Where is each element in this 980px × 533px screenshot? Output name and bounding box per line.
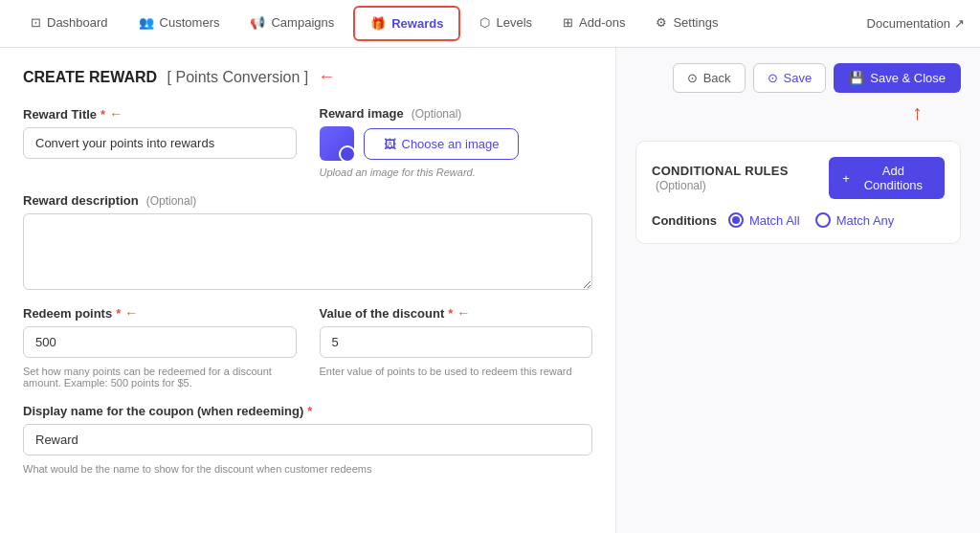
page-title: CREATE REWARD [ Points Conversion ] — [23, 69, 308, 86]
choose-image-label: Choose an image — [402, 137, 500, 151]
conditional-rules-box: CONDITIONAL RULES (Optional) + Add Condi… — [635, 141, 961, 244]
back-icon: ⊙ — [687, 71, 698, 85]
reward-description-group: Reward description (Optional) — [23, 193, 592, 290]
reward-title-input[interactable] — [23, 127, 297, 159]
nav-tab-levels-label: Levels — [496, 15, 532, 30]
display-name-label: Display name for the coupon (when redeem… — [23, 404, 592, 418]
discount-required-star: * — [448, 306, 453, 321]
redeem-points-input[interactable] — [23, 326, 297, 358]
nav-tab-dashboard[interactable]: ⊡ Dashboard — [15, 0, 123, 47]
save-close-arrow: ↑ — [912, 100, 923, 125]
right-actions: ⊙ Back ⊙ Save 💾 Save & Close — [673, 63, 961, 93]
redeem-required-star: * — [116, 306, 121, 321]
back-button[interactable]: ⊙ Back — [673, 63, 746, 93]
settings-icon: ⚙ — [656, 15, 667, 30]
save-close-button[interactable]: 💾 Save & Close — [834, 63, 961, 93]
nav-tab-dashboard-label: Dashboard — [47, 15, 108, 30]
documentation-label: Documentation — [867, 16, 950, 31]
redeem-points-group: Redeem points * ← Set how many points ca… — [23, 305, 297, 389]
save-close-icon: 💾 — [849, 71, 864, 85]
redeem-points-label: Redeem points * ← — [23, 305, 297, 321]
back-label: Back — [703, 71, 731, 85]
nav-tab-rewards[interactable]: 🎁 Rewards — [353, 6, 460, 41]
nav-tab-settings-label: Settings — [673, 15, 718, 30]
match-all-label: Match All — [749, 213, 800, 228]
dashboard-icon: ⊡ — [31, 15, 41, 30]
nav-tab-campaigns[interactable]: 📢 Campaigns — [234, 0, 349, 47]
reward-image-group: Reward image (Optional) 🖼 Choose an imag… — [320, 106, 593, 178]
reward-description-textarea[interactable] — [23, 213, 592, 290]
value-discount-group: Value of the discount * ← Enter value of… — [320, 305, 593, 389]
match-any-radio[interactable] — [815, 212, 831, 228]
campaigns-icon: 📢 — [250, 15, 265, 30]
left-panel: CREATE REWARD [ Points Conversion ] ← Re… — [0, 48, 616, 533]
page-subtitle: [ Points Conversion ] — [167, 69, 309, 85]
reward-image-optional: (Optional) — [412, 107, 462, 121]
value-discount-input[interactable] — [320, 326, 593, 358]
display-name-input[interactable] — [23, 424, 592, 455]
value-discount-arrow: ← — [457, 305, 470, 321]
match-all-option[interactable]: Match All — [728, 212, 800, 228]
title-arrow: ← — [318, 67, 335, 87]
save-close-label: Save & Close — [870, 71, 946, 85]
levels-icon: ⬡ — [479, 15, 490, 30]
redeem-points-hint: Set how many points can be redeemed for … — [23, 366, 297, 389]
reward-image-label: Reward image (Optional) — [320, 106, 593, 121]
right-panel: ⊙ Back ⊙ Save 💾 Save & Close ↑ CO — [616, 48, 980, 533]
main-content: CREATE REWARD [ Points Conversion ] ← Re… — [0, 48, 980, 533]
upload-hint: Upload an image for this Reward. — [320, 167, 593, 178]
reward-title-label: Reward Title * ← — [23, 106, 297, 122]
customers-icon: 👥 — [139, 15, 154, 30]
page-title-text: CREATE REWARD — [23, 69, 157, 85]
reward-description-label: Reward description (Optional) — [23, 193, 592, 208]
match-all-radio[interactable] — [728, 212, 744, 228]
save-button[interactable]: ⊙ Save — [753, 63, 827, 93]
display-required-star: * — [307, 404, 312, 418]
image-thumbnail — [320, 126, 354, 161]
nav-tab-addons[interactable]: ⊞ Add-ons — [547, 0, 640, 47]
display-name-hint: What would be the name to show for the d… — [23, 463, 592, 475]
match-radio-group: Match All Match Any — [728, 212, 894, 228]
reward-title-arrow: ← — [109, 106, 122, 122]
right-header: ⊙ Back ⊙ Save 💾 Save & Close — [635, 63, 961, 93]
value-discount-label: Value of the discount * ← — [320, 305, 593, 321]
add-conditions-label: Add Conditions — [856, 164, 931, 192]
conditional-rules-header: CONDITIONAL RULES (Optional) + Add Condi… — [652, 157, 945, 199]
conditional-rules-title: CONDITIONAL RULES — [652, 164, 789, 178]
reward-image-row: 🖼 Choose an image — [320, 126, 593, 161]
external-link-icon: ↗ — [954, 16, 965, 31]
nav-tab-rewards-label: Rewards — [391, 16, 443, 31]
rewards-icon: 🎁 — [370, 16, 386, 31]
documentation-link[interactable]: Documentation ↗ — [867, 16, 965, 31]
nav-tab-campaigns-label: Campaigns — [271, 15, 334, 30]
form-row-points-discount: Redeem points * ← Set how many points ca… — [23, 305, 592, 389]
image-icon: 🖼 — [384, 137, 396, 151]
form-row-title-image: Reward Title * ← Reward image (Optional)… — [23, 106, 592, 178]
page-title-row: CREATE REWARD [ Points Conversion ] ← — [23, 67, 592, 87]
reward-title-group: Reward Title * ← — [23, 106, 297, 178]
reward-image-section: 🖼 Choose an image Upload an image for th… — [320, 126, 593, 178]
save-icon: ⊙ — [768, 71, 778, 85]
nav-tab-customers-label: Customers — [160, 15, 220, 30]
conditions-label: Conditions — [652, 213, 717, 228]
description-optional: (Optional) — [146, 194, 197, 208]
conditional-rules-optional: (Optional) — [656, 179, 706, 192]
choose-image-button[interactable]: 🖼 Choose an image — [364, 128, 520, 160]
required-star: * — [100, 107, 105, 122]
match-any-label: Match Any — [836, 213, 895, 228]
value-discount-hint: Enter value of points to be used to rede… — [320, 366, 593, 377]
nav-tab-addons-label: Add-ons — [579, 15, 625, 30]
conditions-row: Conditions Match All Match Any — [652, 212, 945, 228]
conditional-rules-title-wrap: CONDITIONAL RULES (Optional) — [652, 164, 829, 192]
save-label: Save — [784, 71, 813, 85]
nav-tab-settings[interactable]: ⚙ Settings — [640, 0, 733, 47]
addons-icon: ⊞ — [563, 15, 573, 30]
redeem-points-arrow: ← — [124, 305, 138, 321]
plus-icon: + — [842, 171, 850, 186]
match-any-option[interactable]: Match Any — [815, 212, 895, 228]
add-conditions-button[interactable]: + Add Conditions — [829, 157, 945, 199]
navigation: ⊡ Dashboard 👥 Customers 📢 Campaigns 🎁 Re… — [0, 0, 980, 48]
nav-tab-customers[interactable]: 👥 Customers — [123, 0, 235, 47]
display-name-group: Display name for the coupon (when redeem… — [23, 404, 592, 475]
nav-tab-levels[interactable]: ⬡ Levels — [464, 0, 547, 47]
